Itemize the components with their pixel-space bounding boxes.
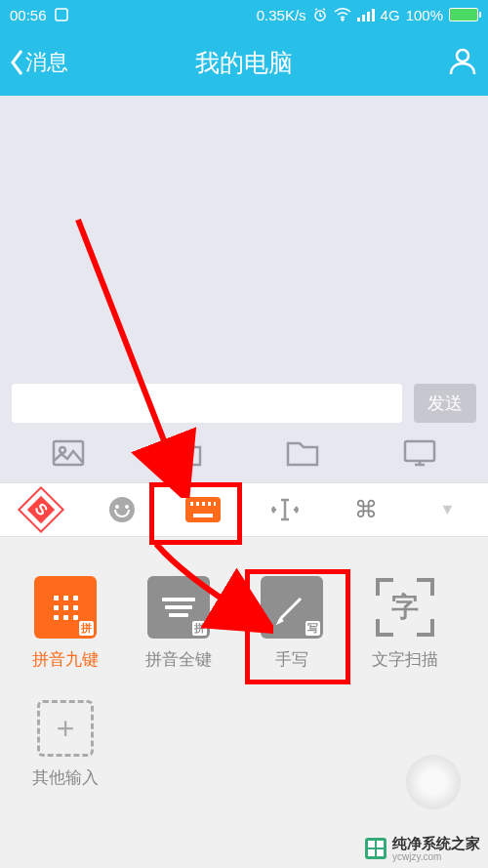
method-pinyin9[interactable]: 拼 拼音九键 [27,576,103,671]
message-input-row: 发送 [0,379,488,428]
svg-rect-5 [367,12,370,21]
message-input[interactable] [12,384,402,423]
status-time: 00:56 [10,7,47,23]
svg-rect-3 [357,18,360,21]
keyboard-toolbar: S ⌘ ▼ [0,482,488,537]
svg-rect-11 [405,441,434,461]
battery-icon [449,8,478,21]
signal-icon [357,8,375,21]
watermark-title: 纯净系统之家 [392,836,480,852]
camera-button[interactable] [169,439,202,471]
input-methods-panel: 拼 拼音九键 拼 拼音全键 写 手写 字 文字扫描 [0,537,488,868]
watermark-icon [365,838,386,859]
status-network: 4G [381,7,400,23]
emoji-button[interactable] [81,483,162,536]
watermark: 纯净系统之家 ycwjzy.com [365,836,480,863]
alarm-icon [312,7,328,22]
collapse-button[interactable]: ▼ [407,483,488,536]
scan-icon: 字 [374,576,436,639]
svg-point-9 [60,447,65,453]
status-bar: 00:56 0.35K/s 4G 100% [0,0,488,29]
back-button[interactable]: 消息 [10,48,68,77]
profile-button[interactable] [447,45,478,80]
pinyin-full-icon: 拼 [147,576,210,639]
folder-button[interactable] [286,439,319,471]
method-other[interactable]: + 其他输入 [27,700,103,789]
status-speed: 0.35K/s [257,7,306,23]
svg-rect-4 [362,15,365,21]
cursor-button[interactable] [244,483,325,536]
page-title: 我的电脑 [195,47,293,79]
keyboard-switch-button[interactable] [163,483,244,536]
handwrite-icon: 写 [261,576,323,639]
back-label: 消息 [25,48,68,77]
chevron-down-icon: ▼ [439,501,455,518]
assistive-touch[interactable] [406,755,461,809]
method-handwrite[interactable]: 写 手写 [254,576,330,671]
chat-area[interactable] [0,96,488,379]
command-button[interactable]: ⌘ [325,483,406,536]
svg-rect-6 [372,9,375,21]
svg-rect-0 [56,9,67,21]
screen-button[interactable] [403,439,436,471]
other-input-icon: + [37,700,94,757]
svg-point-7 [457,50,468,62]
command-icon: ⌘ [354,496,378,523]
header: 消息 我的电脑 [0,29,488,96]
send-button[interactable]: 发送 [414,384,476,423]
status-battery-pct: 100% [406,7,443,23]
keyboard-icon [185,497,221,522]
sogou-logo-button[interactable]: S [0,483,81,536]
gallery-button[interactable] [52,439,85,471]
svg-point-2 [342,19,344,21]
status-app-icon [55,8,68,21]
watermark-url: ycwjzy.com [392,851,480,862]
method-pinyin-full[interactable]: 拼 拼音全键 [141,576,217,671]
svg-rect-8 [54,441,83,465]
method-scan[interactable]: 字 文字扫描 [367,576,443,671]
svg-point-10 [180,449,191,461]
emoji-icon [109,497,135,522]
pinyin9-icon: 拼 [34,576,97,639]
wifi-icon [334,8,351,21]
media-toolbar [0,428,488,482]
cursor-icon [271,498,299,521]
